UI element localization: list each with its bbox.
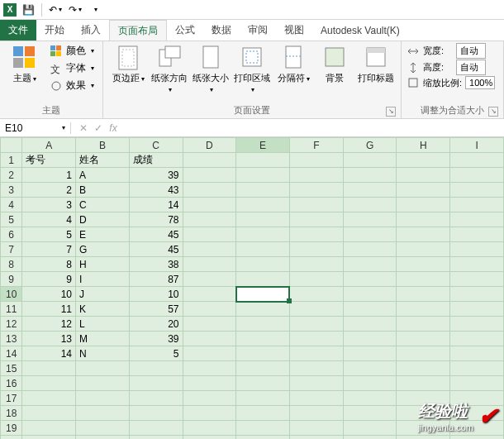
cell-B9[interactable]: I xyxy=(76,272,130,287)
cell-C1[interactable]: 成绩 xyxy=(129,153,183,168)
cell-G9[interactable] xyxy=(343,272,397,287)
cell-B7[interactable]: G xyxy=(76,242,130,257)
page-setup-launcher[interactable]: ↘ xyxy=(386,107,396,117)
row-header-15[interactable]: 15 xyxy=(1,361,22,376)
cell-E18[interactable] xyxy=(236,406,290,421)
row-header-2[interactable]: 2 xyxy=(1,168,22,183)
cell-B12[interactable]: L xyxy=(76,317,130,332)
cell-D17[interactable] xyxy=(183,391,236,406)
cell-I3[interactable] xyxy=(450,183,504,198)
tab-file[interactable]: 文件 xyxy=(0,20,36,41)
cell-D7[interactable] xyxy=(183,242,236,257)
row-header-5[interactable]: 5 xyxy=(1,212,22,227)
qat-customize-button[interactable]: ▾ xyxy=(87,2,103,18)
cell-I20[interactable] xyxy=(450,436,504,440)
cell-E8[interactable] xyxy=(236,257,290,272)
cell-C15[interactable] xyxy=(129,361,183,376)
column-header-G[interactable]: G xyxy=(343,138,397,153)
cell-E19[interactable] xyxy=(236,421,290,436)
tab-page-layout[interactable]: 页面布局 xyxy=(109,20,167,41)
cell-B6[interactable]: E xyxy=(76,227,130,242)
cell-G19[interactable] xyxy=(343,421,397,436)
cell-F20[interactable] xyxy=(289,436,343,440)
scale-launcher[interactable]: ↘ xyxy=(488,107,498,117)
cell-C19[interactable] xyxy=(129,421,183,436)
cell-H5[interactable] xyxy=(397,212,450,227)
cell-B11[interactable]: K xyxy=(76,302,130,317)
row-header-9[interactable]: 9 xyxy=(1,272,22,287)
cell-G8[interactable] xyxy=(343,257,397,272)
cell-I7[interactable] xyxy=(450,242,504,257)
cell-I4[interactable] xyxy=(450,198,504,212)
tab-data[interactable]: 数据 xyxy=(203,20,240,41)
cell-D11[interactable] xyxy=(183,302,236,317)
cell-C6[interactable]: 45 xyxy=(129,227,183,242)
cell-B16[interactable] xyxy=(76,376,130,391)
print-titles-button[interactable]: 打印标题 xyxy=(356,43,396,85)
cell-G14[interactable] xyxy=(343,346,397,361)
insert-function-button[interactable]: fx xyxy=(106,122,121,134)
row-header-6[interactable]: 6 xyxy=(1,227,22,242)
row-header-4[interactable]: 4 xyxy=(1,198,22,212)
cell-G5[interactable] xyxy=(343,212,397,227)
cell-D16[interactable] xyxy=(183,376,236,391)
row-header-14[interactable]: 14 xyxy=(1,346,22,361)
cell-G10[interactable] xyxy=(343,287,397,302)
cell-E17[interactable] xyxy=(236,391,290,406)
cell-D18[interactable] xyxy=(183,406,236,421)
cell-E10[interactable] xyxy=(236,287,290,302)
cell-B19[interactable] xyxy=(76,421,130,436)
cell-E1[interactable] xyxy=(236,153,290,168)
row-header-16[interactable]: 16 xyxy=(1,376,22,391)
orientation-button[interactable]: 纸张方向▾ xyxy=(150,43,189,96)
row-header-20[interactable]: 20 xyxy=(1,436,22,440)
fill-handle[interactable] xyxy=(287,298,292,303)
cell-B13[interactable]: M xyxy=(76,332,130,346)
tab-home[interactable]: 开始 xyxy=(36,20,73,41)
cell-D19[interactable] xyxy=(183,421,236,436)
cell-B17[interactable] xyxy=(76,391,130,406)
cell-A14[interactable]: 14 xyxy=(22,346,76,361)
cell-A17[interactable] xyxy=(22,391,76,406)
cell-H4[interactable] xyxy=(397,198,450,212)
scale-ratio-input[interactable]: 100% xyxy=(465,76,495,89)
cell-I1[interactable] xyxy=(450,153,504,168)
cell-D13[interactable] xyxy=(183,332,236,346)
cell-B8[interactable]: H xyxy=(76,257,130,272)
cell-I5[interactable] xyxy=(450,212,504,227)
row-header-19[interactable]: 19 xyxy=(1,421,22,436)
cell-G11[interactable] xyxy=(343,302,397,317)
cell-B15[interactable] xyxy=(76,361,130,376)
cell-E14[interactable] xyxy=(236,346,290,361)
cell-E16[interactable] xyxy=(236,376,290,391)
cell-D3[interactable] xyxy=(183,183,236,198)
column-header-F[interactable]: F xyxy=(289,138,343,153)
cell-I16[interactable] xyxy=(450,376,504,391)
cell-E3[interactable] xyxy=(236,183,290,198)
cell-D4[interactable] xyxy=(183,198,236,212)
margins-button[interactable]: 页边距▾ xyxy=(108,43,148,85)
cell-G1[interactable] xyxy=(343,153,397,168)
theme-effects-button[interactable]: 效果▾ xyxy=(46,78,97,93)
column-header-H[interactable]: H xyxy=(397,138,450,153)
cell-F5[interactable] xyxy=(289,212,343,227)
cell-E11[interactable] xyxy=(236,302,290,317)
cell-F18[interactable] xyxy=(289,406,343,421)
cell-E4[interactable] xyxy=(236,198,290,212)
column-header-E[interactable]: E xyxy=(236,138,290,153)
column-header-I[interactable]: I xyxy=(450,138,504,153)
cell-H11[interactable] xyxy=(397,302,450,317)
cell-E9[interactable] xyxy=(236,272,290,287)
cell-F16[interactable] xyxy=(289,376,343,391)
cell-F13[interactable] xyxy=(289,332,343,346)
cell-G20[interactable] xyxy=(343,436,397,440)
cell-A11[interactable]: 11 xyxy=(22,302,76,317)
cell-B2[interactable]: A xyxy=(76,168,130,183)
cell-H20[interactable] xyxy=(397,436,450,440)
cell-G3[interactable] xyxy=(343,183,397,198)
cell-F8[interactable] xyxy=(289,257,343,272)
row-header-3[interactable]: 3 xyxy=(1,183,22,198)
cell-A19[interactable] xyxy=(22,421,76,436)
cell-D20[interactable] xyxy=(183,436,236,440)
cell-G2[interactable] xyxy=(343,168,397,183)
